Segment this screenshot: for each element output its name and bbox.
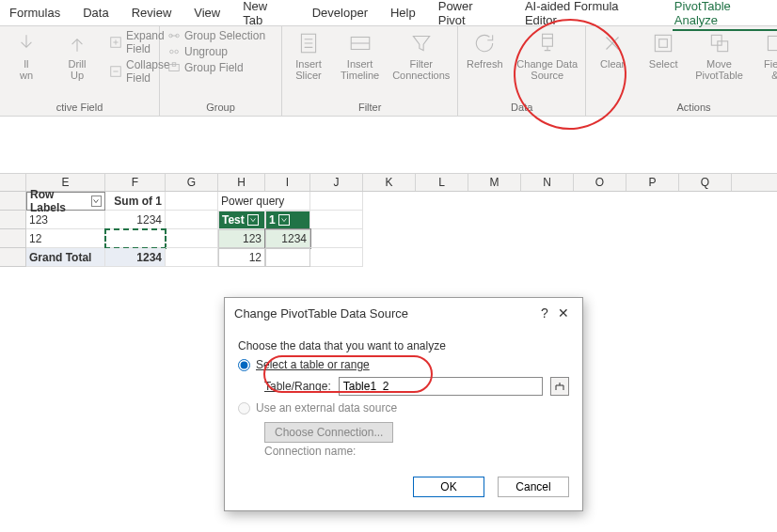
tab-formulas[interactable]: Formulas bbox=[8, 2, 62, 23]
cell[interactable] bbox=[310, 211, 363, 229]
pivot-row-label[interactable]: 123 bbox=[26, 211, 105, 229]
move-icon bbox=[706, 30, 733, 56]
radio-external-source[interactable]: Use an external data source bbox=[238, 401, 569, 415]
svg-rect-10 bbox=[542, 34, 552, 46]
cell[interactable] bbox=[166, 192, 218, 211]
col-O[interactable]: O bbox=[574, 174, 626, 191]
dropdown-icon[interactable] bbox=[278, 214, 290, 226]
table-range-input[interactable] bbox=[339, 377, 543, 396]
col-G[interactable]: G bbox=[166, 174, 218, 191]
ribbon-group-filter: Insert Slicer Insert Timeline Filter Con… bbox=[282, 26, 458, 116]
col-J[interactable]: J bbox=[310, 174, 363, 191]
col-L[interactable]: L bbox=[416, 174, 468, 191]
pivot-grand-total-value[interactable]: 1234 bbox=[105, 248, 166, 267]
col-I[interactable]: I bbox=[265, 174, 310, 191]
worksheet: Row Labels Sum of 1 Power query 123 1234… bbox=[0, 192, 777, 267]
dialog-titlebar: Change PivotTable Data Source ? ✕ bbox=[225, 298, 582, 328]
refresh-icon bbox=[471, 30, 498, 56]
pivot-sum-header[interactable]: Sum of 1 bbox=[105, 192, 166, 211]
cell[interactable] bbox=[166, 229, 218, 248]
ribbon-tabs: Formulas Data Review View New Tab Develo… bbox=[0, 0, 777, 26]
svg-rect-11 bbox=[655, 35, 671, 51]
drill-up-button[interactable]: Drill Up bbox=[56, 28, 98, 83]
ungroup-icon bbox=[167, 45, 181, 58]
refresh-button[interactable]: Refresh bbox=[464, 28, 505, 71]
cell[interactable] bbox=[166, 248, 218, 267]
tab-review[interactable]: Review bbox=[130, 2, 174, 23]
pq-title-cell[interactable]: Power query bbox=[218, 192, 265, 211]
group-field-button[interactable]: Group Field bbox=[166, 60, 267, 75]
select-button[interactable]: Select bbox=[642, 28, 684, 71]
col-H[interactable]: H bbox=[218, 174, 265, 191]
col-K[interactable]: K bbox=[363, 174, 416, 191]
pq-cell[interactable] bbox=[265, 248, 310, 267]
cell[interactable] bbox=[265, 192, 310, 211]
active-cell[interactable] bbox=[105, 229, 166, 248]
drill-down-icon bbox=[13, 30, 40, 56]
clear-icon bbox=[599, 30, 626, 56]
row-header[interactable] bbox=[0, 248, 26, 267]
pq-cell[interactable]: 123 bbox=[218, 229, 265, 248]
pq-header-test[interactable]: Test bbox=[218, 211, 265, 229]
insert-timeline-button[interactable]: Insert Timeline bbox=[339, 28, 381, 83]
radio-input[interactable] bbox=[238, 359, 250, 371]
pivot-row-labels-header[interactable]: Row Labels bbox=[26, 192, 105, 211]
row-header[interactable] bbox=[0, 192, 26, 211]
group-selection-button[interactable]: Group Selection bbox=[166, 28, 267, 43]
cancel-button[interactable]: Cancel bbox=[498, 477, 569, 497]
pivot-row-label[interactable]: 12 bbox=[26, 229, 105, 248]
pivot-grand-total-label[interactable]: Grand Total bbox=[26, 248, 105, 267]
radio-input bbox=[238, 402, 250, 415]
range-picker-button[interactable] bbox=[550, 377, 569, 396]
drill-down-button[interactable]: ll wn bbox=[6, 28, 47, 83]
connection-name-label: Connection name: bbox=[264, 445, 569, 458]
move-pivottable-button[interactable]: Move PivotTable bbox=[693, 28, 745, 83]
row-header[interactable] bbox=[0, 211, 26, 229]
tab-help[interactable]: Help bbox=[388, 2, 418, 23]
svg-rect-14 bbox=[717, 41, 727, 52]
change-data-source-icon bbox=[534, 30, 561, 56]
cell[interactable] bbox=[310, 229, 363, 248]
col-N[interactable]: N bbox=[521, 174, 574, 191]
filter-connections-button[interactable]: Filter Connections bbox=[390, 28, 452, 83]
row-header[interactable] bbox=[0, 229, 26, 248]
cell[interactable] bbox=[166, 211, 218, 229]
timeline-icon bbox=[347, 30, 373, 56]
col-Q[interactable]: Q bbox=[679, 174, 732, 191]
group-label-group: Group bbox=[166, 100, 276, 116]
change-data-source-button[interactable]: Change Data Source bbox=[515, 28, 579, 83]
group-label-actions: Actions bbox=[592, 100, 777, 116]
clear-button[interactable]: Clear bbox=[592, 28, 633, 71]
column-headers: E F G H I J K L M N O P Q bbox=[0, 173, 777, 192]
radio-select-table[interactable]: Select a table or range bbox=[238, 358, 569, 371]
group-selection-icon bbox=[167, 29, 181, 42]
svg-rect-13 bbox=[711, 35, 722, 45]
tab-data[interactable]: Data bbox=[81, 2, 110, 23]
select-all-corner[interactable] bbox=[0, 174, 26, 191]
col-M[interactable]: M bbox=[468, 174, 521, 191]
insert-slicer-button[interactable]: Insert Slicer bbox=[288, 28, 329, 83]
group-field-icon bbox=[167, 61, 181, 74]
col-F[interactable]: F bbox=[105, 174, 166, 191]
cell[interactable] bbox=[310, 192, 363, 211]
field-icon bbox=[762, 30, 777, 56]
dropdown-icon[interactable] bbox=[247, 214, 259, 226]
ungroup-button[interactable]: Ungroup bbox=[166, 44, 267, 59]
pivot-value[interactable]: 1234 bbox=[105, 211, 166, 229]
tab-view[interactable]: View bbox=[192, 2, 222, 23]
ok-button[interactable]: OK bbox=[413, 477, 484, 497]
dialog-close-button[interactable]: ✕ bbox=[554, 305, 573, 321]
pq-cell[interactable]: 12 bbox=[218, 248, 265, 267]
group-label-filter: Filter bbox=[288, 100, 452, 116]
dialog-help-button[interactable]: ? bbox=[535, 305, 554, 321]
pq-header-1[interactable]: 1 bbox=[265, 211, 310, 229]
field-button[interactable]: Field & bbox=[754, 28, 777, 83]
pq-cell[interactable]: 1234 bbox=[265, 229, 310, 248]
cell[interactable] bbox=[310, 248, 363, 267]
col-P[interactable]: P bbox=[626, 174, 679, 191]
group-label-active-field: ctive Field bbox=[6, 100, 153, 116]
svg-rect-12 bbox=[659, 39, 668, 48]
tab-developer[interactable]: Developer bbox=[310, 2, 370, 23]
collapse-icon bbox=[109, 65, 122, 78]
filter-dropdown-icon[interactable] bbox=[91, 196, 102, 207]
